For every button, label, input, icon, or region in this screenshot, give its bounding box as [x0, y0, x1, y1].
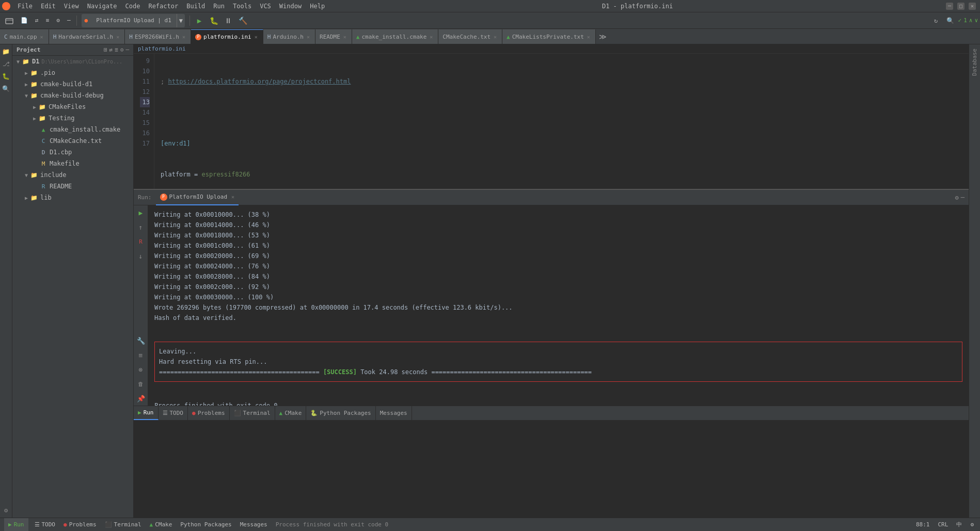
activity-git[interactable]: ⎇: [1, 59, 11, 69]
bottom-tab-run[interactable]: ▶ Run: [134, 406, 159, 420]
tab-close-platformio[interactable]: ✕: [254, 34, 259, 40]
tab-hardware-serial[interactable]: H HardwareSerial.h ✕: [49, 29, 125, 44]
bottom-tab-python[interactable]: 🐍 Python Packages: [306, 406, 375, 420]
tab-close-main-cpp[interactable]: ✕: [39, 34, 44, 40]
bottom-tab-terminal[interactable]: ⬛ Terminal: [230, 406, 275, 420]
tree-item-d1cbp[interactable]: D D1.cbp: [12, 147, 133, 158]
status-todo-item[interactable]: ☰ TODO: [33, 518, 58, 532]
upload-main-button[interactable]: PlatformIO Upload | d1: [91, 14, 177, 27]
close-panel-button[interactable]: ─: [64, 14, 74, 27]
run-up-icon[interactable]: ↑: [136, 222, 146, 232]
status-python-item[interactable]: Python Packages: [178, 518, 233, 532]
status-messages-item[interactable]: Messages: [238, 518, 270, 532]
menu-run[interactable]: Run: [209, 0, 229, 12]
menu-edit[interactable]: Edit: [37, 0, 60, 12]
sidebar-icon-collapse[interactable]: ≡: [115, 46, 118, 53]
url-link[interactable]: https://docs.platformio.org/page/project…: [168, 76, 351, 87]
run-tab-platformio[interactable]: P PlatformIO Upload ✕: [156, 190, 239, 205]
tree-item-d1[interactable]: ▼ 📁 D1 D:\Users\immor\CLionPro...: [12, 56, 133, 67]
debug-button[interactable]: 🐛: [207, 14, 220, 27]
check-arrow-down[interactable]: ∨: [974, 17, 978, 24]
status-position[interactable]: 88:1: [914, 518, 932, 532]
tab-main-cpp[interactable]: C main.cpp ✕: [0, 29, 49, 44]
menu-build[interactable]: Build: [182, 0, 209, 12]
run-list-icon[interactable]: ≡: [136, 350, 146, 360]
tab-readme[interactable]: README ✕: [315, 29, 352, 44]
activity-project[interactable]: 📁: [1, 46, 11, 57]
upload-dropdown-arrow[interactable]: ▼: [177, 14, 185, 27]
status-settings-icon[interactable]: ⚙: [968, 518, 976, 532]
tab-close-esp[interactable]: ✕: [181, 34, 186, 40]
check-arrow[interactable]: ∧: [969, 17, 973, 24]
collapse-button[interactable]: ≡: [43, 14, 53, 27]
run-minimize-icon[interactable]: ─: [961, 194, 965, 201]
bottom-tab-cmake[interactable]: ▲ CMake: [275, 406, 307, 420]
tab-close-readme[interactable]: ✕: [342, 34, 347, 40]
sidebar-icon-settings[interactable]: ⚙: [120, 46, 124, 53]
minimize-button[interactable]: ─: [946, 3, 953, 10]
status-cmake-item[interactable]: ▲ CMake: [148, 518, 175, 532]
maximize-button[interactable]: □: [957, 3, 965, 10]
stop-button[interactable]: ⏸: [222, 14, 235, 27]
activity-settings[interactable]: ⚙: [1, 505, 11, 516]
run-trash-icon[interactable]: 🗑: [136, 379, 146, 389]
tab-close-cmakecache[interactable]: ✕: [493, 34, 498, 40]
run-tab-close[interactable]: ✕: [231, 194, 234, 200]
status-language[interactable]: 中: [954, 518, 964, 532]
bottom-tab-todo[interactable]: ☰ TODO: [159, 406, 188, 420]
run-filter-icon[interactable]: ⊗: [136, 364, 146, 375]
menu-file[interactable]: File: [13, 0, 37, 12]
status-encoding[interactable]: CRL: [936, 518, 951, 532]
run-down-icon[interactable]: ↓: [136, 251, 146, 261]
run-panel-content[interactable]: Writing at 0x00010000... (38 %) Writing …: [148, 205, 969, 406]
status-terminal-item[interactable]: ⬛ Terminal: [103, 518, 144, 532]
activity-search[interactable]: 🔍: [1, 84, 11, 94]
menu-tools[interactable]: Tools: [229, 0, 256, 12]
refresh-button[interactable]: ↻: [929, 14, 943, 27]
tab-platformio-ini[interactable]: P platformio.ini ✕: [191, 29, 263, 44]
tree-item-testing[interactable]: ▶ 📁 Testing: [12, 112, 133, 124]
tree-item-include[interactable]: ▼ 📁 include: [12, 169, 133, 181]
tab-overflow-button[interactable]: ≫: [596, 29, 610, 44]
run-stop-icon[interactable]: R: [136, 236, 146, 247]
close-button[interactable]: ✕: [969, 3, 976, 10]
tab-close-arduino[interactable]: ✕: [306, 34, 311, 40]
tab-esp8266[interactable]: H ESP8266WiFi.h ✕: [125, 29, 191, 44]
tree-item-cmake-build-debug[interactable]: ▼ 📁 cmake-build-debug: [12, 90, 133, 101]
settings-button[interactable]: ⚙: [53, 14, 63, 27]
run-pin-icon[interactable]: 📌: [136, 393, 146, 404]
tree-item-readme[interactable]: R README: [12, 181, 133, 192]
run-settings-icon[interactable]: ⚙: [955, 194, 959, 201]
menu-refactor[interactable]: Refactor: [144, 0, 182, 12]
run-play-icon[interactable]: ▶: [136, 207, 146, 218]
search-button[interactable]: 🔍: [944, 14, 957, 27]
menu-window[interactable]: Window: [275, 0, 306, 12]
sync-button[interactable]: ⇄: [32, 14, 42, 27]
new-file-button[interactable]: 📄: [18, 14, 31, 27]
tab-cmake-install[interactable]: ▲ cmake_install.cmake ✕: [352, 29, 439, 44]
menu-view[interactable]: View: [60, 0, 83, 12]
upload-icon-btn[interactable]: ●: [82, 14, 91, 27]
menu-navigate[interactable]: Navigate: [83, 0, 121, 12]
tree-item-lib[interactable]: ▶ 📁 lib: [12, 192, 133, 203]
tab-close-hardware[interactable]: ✕: [115, 34, 120, 40]
bottom-tab-problems[interactable]: ● Problems: [188, 406, 230, 420]
tab-cmakecache[interactable]: CMakeCache.txt ✕: [438, 29, 502, 44]
build-button[interactable]: 🔨: [236, 14, 249, 27]
sidebar-icon-close[interactable]: ─: [125, 46, 129, 53]
menu-vcs[interactable]: VCS: [256, 0, 275, 12]
tab-arduino-h[interactable]: H Arduino.h ✕: [263, 29, 315, 44]
tree-item-cmakecache[interactable]: C CMakeCache.txt: [12, 135, 133, 147]
tree-item-pio[interactable]: ▶ 📁 .pio: [12, 67, 133, 78]
status-run-button[interactable]: ▶ Run: [4, 518, 28, 532]
menu-code[interactable]: Code: [121, 0, 145, 12]
code-content[interactable]: ; https://docs.platformio.org/page/proje…: [154, 54, 969, 189]
sidebar-icon-sync[interactable]: ⇄: [109, 46, 113, 53]
run-button[interactable]: ▶: [193, 14, 206, 27]
menu-help[interactable]: Help: [306, 0, 329, 12]
tree-item-cmake-build-d1[interactable]: ▶ 📁 cmake-build-d1: [12, 78, 133, 90]
tab-close-cmakeprivate[interactable]: ✕: [586, 34, 591, 40]
project-icon[interactable]: [2, 14, 17, 27]
status-problems-item[interactable]: ● Problems: [61, 518, 99, 532]
tab-cmakeprivate[interactable]: ▲ CMakeListsPrivate.txt ✕: [502, 29, 596, 44]
